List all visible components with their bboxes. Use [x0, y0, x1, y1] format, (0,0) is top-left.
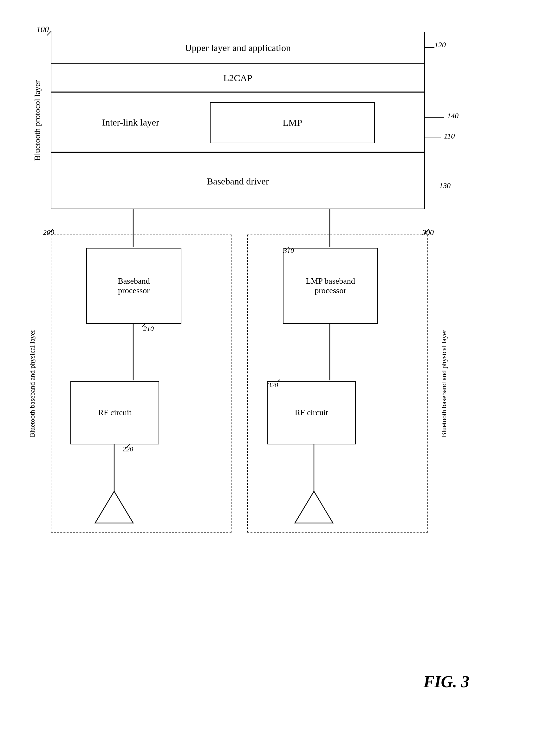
bb-left-box: Baseband processor 210 RF circuit 220: [51, 235, 231, 532]
bb-left-label: Bluetooth baseband and physical layer: [23, 235, 41, 532]
bp-right-box: LMP baseband processor: [283, 248, 378, 324]
ref-220: 220: [123, 445, 133, 453]
bp-left-label: Baseband processor: [118, 277, 150, 296]
ref-200: 200: [43, 228, 54, 237]
lmp-box: LMP: [210, 102, 375, 143]
bb-right-box: LMP baseband processor 310 RF circuit 32…: [247, 235, 428, 532]
bb-right-label: Bluetooth baseband and physical layer: [434, 235, 453, 532]
ref-300: 300: [422, 228, 434, 237]
protocol-layer-side-label: Bluetooth protocol layer: [28, 32, 47, 209]
rf-left-label: RF circuit: [98, 408, 132, 417]
ref-120: 120: [434, 41, 446, 49]
interlink-label-container: Inter-link layer: [51, 93, 210, 152]
protocol-layer-text: Bluetooth protocol layer: [33, 80, 42, 161]
ref-110: 110: [444, 132, 455, 140]
ref-210: 210: [143, 325, 154, 333]
upper-layer-box: Upper layer and application: [51, 32, 424, 64]
ref-100: 100: [36, 25, 49, 34]
rf-right-label: RF circuit: [295, 408, 328, 417]
bp-right-label: LMP baseband processor: [306, 277, 355, 296]
lmp-label: LMP: [283, 117, 302, 128]
baseband-driver-label: Baseband driver: [207, 176, 269, 187]
ref-130: 130: [439, 181, 451, 190]
ref-140: 140: [447, 112, 459, 120]
bb-left-text: Bluetooth baseband and physical layer: [28, 330, 36, 437]
protocol-layer-box: Upper layer and application L2CAP Inter-…: [51, 32, 425, 209]
ref-310: 310: [283, 247, 294, 255]
ref-320: 320: [268, 381, 278, 389]
interlink-label: Inter-link layer: [102, 117, 159, 128]
rf-right-box: RF circuit: [267, 381, 356, 444]
l2cap-box: L2CAP: [51, 64, 424, 93]
interlink-area: Inter-link layer LMP: [51, 93, 424, 153]
figure-label: FIG. 3: [424, 672, 469, 691]
bp-left-box: Baseband processor: [86, 248, 181, 324]
baseband-driver-box: Baseband driver: [51, 153, 424, 210]
bb-right-text: Bluetooth baseband and physical layer: [440, 330, 448, 437]
l2cap-label: L2CAP: [223, 73, 252, 83]
rf-left-box: RF circuit: [70, 381, 159, 444]
upper-layer-label: Upper layer and application: [185, 42, 291, 53]
